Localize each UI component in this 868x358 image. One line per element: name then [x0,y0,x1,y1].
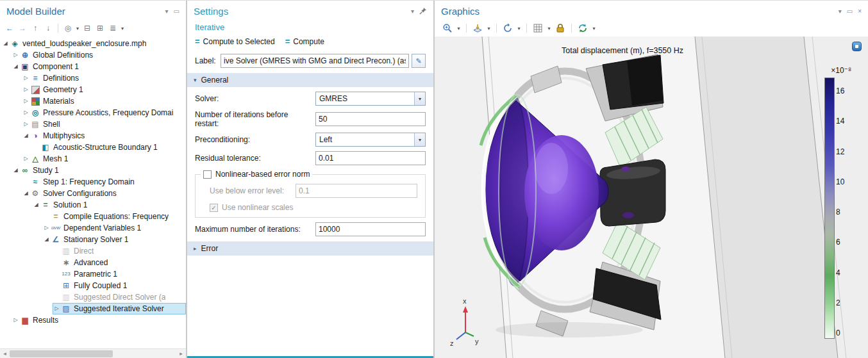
panel-menu-icon[interactable]: ▾ [165,8,169,15]
horizontal-scrollbar[interactable]: ◂ ▸ [0,348,186,358]
combo-arrow-icon[interactable]: ▾ [414,133,425,146]
tree-item-compile-equations-frequency[interactable]: Compile Equations: Frequency [0,211,186,222]
float-panel-icon[interactable]: ▭ [847,8,853,15]
tree-expanded-arrow-icon[interactable]: ◢ [12,61,20,72]
edit-label-button[interactable]: ✎ [412,54,426,68]
rotate-button[interactable] [501,22,514,35]
tree-item-direct[interactable]: Direct [0,245,186,257]
tree-collapsed-arrow-icon[interactable]: ▷ [53,303,61,314]
tree-item-solution-1[interactable]: ◢Solution 1 [0,199,186,211]
tree-item-fully-coupled-1[interactable]: Fully Coupled 1 [0,280,186,291]
tree-item-advanced[interactable]: Advanced [0,257,186,268]
tree-item-global-definitions[interactable]: ▷Global Definitions [0,49,186,61]
tree-collapsed-arrow-icon[interactable]: ▷ [22,153,30,165]
tree-item-geometry-1[interactable]: ▷Geometry 1 [0,84,186,95]
residual-input[interactable] [315,151,426,165]
tree-item-step-1-frequency-domain[interactable]: Step 1: Frequency Domain [0,176,186,188]
collapse-all-icon[interactable]: ⊟ [81,22,93,34]
tree-item-parametric-1[interactable]: Parametric 1 [0,268,186,280]
restart-input[interactable] [315,112,426,126]
tree-item-vented-loudspeaker-enclosure-mph[interactable]: ◢vented_loudspeaker_enclosure.mph [0,38,186,49]
scroll-right-icon[interactable]: ▸ [176,350,186,357]
expand-all-icon[interactable]: ⊞ [94,22,106,34]
compute-to-selected-label: Compute to Selected [203,37,275,46]
update-button[interactable] [576,22,589,35]
tree-item-study-1[interactable]: ◢Study 1 [0,165,186,176]
tree-item-multiphysics[interactable]: ◢Multiphysics [0,130,186,142]
tree-item-stationary-solver-1[interactable]: ◢Stationary Solver 1 [0,234,186,245]
tree-item-solver-configurations[interactable]: ◢Solver Configurations [0,188,186,199]
tree-expanded-arrow-icon[interactable]: ◢ [22,188,30,199]
scrollbar-track[interactable] [10,349,176,358]
section-expanded-arrow-icon[interactable]: ▾ [194,77,197,83]
compute-to-selected-button[interactable]: = Compute to Selected [195,37,275,46]
tree-item-component-1[interactable]: ◢Component 1 [0,61,186,72]
pin-icon[interactable] [419,7,427,16]
tree-expanded-arrow-icon[interactable]: ◢ [32,199,40,211]
tree-collapsed-arrow-icon[interactable]: ▷ [22,107,30,118]
tree-item-shell[interactable]: ▷Shell [0,118,186,130]
back-icon[interactable]: ← [4,22,15,34]
show-menu-caret-icon[interactable]: ▾ [75,26,80,31]
scroll-left-icon[interactable]: ◂ [0,350,10,357]
scene-grid-button[interactable] [531,22,544,35]
tree-expanded-arrow-icon[interactable]: ◢ [12,165,20,176]
close-icon[interactable]: × [858,8,862,15]
tree-item-pressure-acoustics-frequency-domai[interactable]: ▷Pressure Acoustics, Frequency Domai [0,107,186,118]
tree-item-mesh-1[interactable]: ▷Mesh 1 [0,153,186,165]
tree-collapsed-arrow-icon[interactable]: ▷ [22,118,30,130]
nonlinear-error-norm-checkbox[interactable] [203,170,212,179]
node-text-menu-caret-icon[interactable]: ▾ [120,26,125,31]
tree-item-label: Global Definitions [33,49,93,61]
nonlinear-error-norm-label: Nonlinear-based error norm [215,170,310,179]
zoom-menu-caret-icon[interactable]: ▾ [456,26,462,31]
tree-expanded-arrow-icon[interactable]: ◢ [22,130,30,142]
tree-item-acoustic-structure-boundary-1[interactable]: Acoustic-Structure Boundary 1 [0,142,186,153]
update-menu-caret-icon[interactable]: ▾ [591,26,597,31]
combo-arrow-icon[interactable]: ▾ [414,92,425,105]
section-header-error[interactable]: ▸ Error [187,241,433,256]
tree-expanded-arrow-icon[interactable]: ◢ [1,38,10,49]
rotate-menu-caret-icon[interactable]: ▾ [516,26,522,31]
panel-menu-icon[interactable]: ▾ [839,8,842,15]
label-input[interactable] [221,54,409,68]
go-to-view-button[interactable] [471,22,484,35]
scrollbar-thumb[interactable] [10,350,113,357]
tree-item-suggested-direct-solver-a[interactable]: Suggested Direct Solver (a [0,291,186,303]
toolbar-separator [58,24,58,33]
section-header-general[interactable]: ▾ General [187,73,433,87]
tree-collapsed-arrow-icon[interactable]: ▷ [42,222,51,234]
settings-node-type: Iterative [187,20,433,32]
go-to-view-caret-icon[interactable]: ▾ [486,26,492,31]
move-down-icon[interactable]: ↓ [42,22,54,34]
max-iterations-input[interactable] [315,222,426,236]
preconditioning-select[interactable]: Left ▾ [315,133,426,147]
graphics-canvas[interactable]: x z y Total displacement (m), f=3550 Hz … [435,37,868,358]
forward-icon[interactable]: → [17,22,28,34]
tree-collapsed-arrow-icon[interactable]: ▷ [12,314,20,326]
tree-collapsed-arrow-icon[interactable]: ▷ [22,72,30,84]
panel-menu-icon[interactable]: ▾ [411,8,414,15]
node-text-icon[interactable]: ≣ [107,22,119,34]
compute-button[interactable]: = Compute [285,37,324,46]
triad-x-label: x [463,297,467,305]
tree-item-definitions[interactable]: ▷Definitions [0,72,186,84]
tree-item-results[interactable]: ▷Results [0,314,186,326]
tree-collapsed-arrow-icon[interactable]: ▷ [22,84,30,95]
tree-expanded-arrow-icon[interactable]: ◢ [42,234,51,245]
float-panel-icon[interactable]: ▭ [174,8,179,15]
tree-item-dependent-variables-1[interactable]: ▷Dependent Variables 1 [0,222,186,234]
legend-tick-label: 8 [836,207,840,216]
section-collapsed-arrow-icon[interactable]: ▸ [194,245,197,252]
show-icon[interactable]: ◎ [62,22,74,34]
tree-collapsed-arrow-icon[interactable]: ▷ [22,95,30,107]
tree-item-suggested-iterative-solver[interactable]: ▷Suggested Iterative Solver [0,303,186,314]
grid-menu-caret-icon[interactable]: ▾ [546,26,552,31]
tree-indent [0,72,22,84]
zoom-button[interactable] [441,22,454,35]
tree-item-materials[interactable]: ▷Materials [0,95,186,107]
move-up-icon[interactable]: ↑ [29,22,41,34]
lock-button[interactable] [554,22,567,35]
solver-select[interactable]: GMRES ▾ [315,92,426,106]
tree-collapsed-arrow-icon[interactable]: ▷ [12,49,20,61]
